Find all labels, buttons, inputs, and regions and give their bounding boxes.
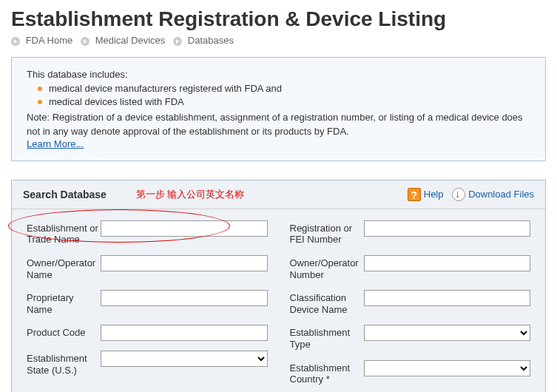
help-link[interactable]: Help	[424, 189, 444, 200]
proprietary-name-input[interactable]	[101, 290, 268, 306]
breadcrumb-link[interactable]: Databases	[188, 35, 234, 46]
establishment-type-select[interactable]	[364, 325, 531, 341]
proprietary-name-label: Proprietary Name	[27, 290, 101, 315]
learn-more-link[interactable]: Learn More...	[27, 138, 84, 149]
establishment-name-label: Establishment or Trade Name	[27, 220, 101, 246]
search-header: Search Database 第一步 输入公司英文名称 ? Help Down…	[12, 180, 545, 209]
chevron-icon	[81, 37, 90, 46]
owner-name-label: Owner/Operator Name	[27, 255, 101, 280]
download-files-link[interactable]: Download Files	[468, 189, 534, 200]
product-code-input[interactable]	[101, 325, 268, 341]
classification-name-input[interactable]	[364, 290, 531, 306]
download-icon	[452, 188, 465, 201]
establishment-country-select[interactable]	[364, 360, 531, 376]
info-list: medical device manufacturers registered …	[49, 82, 530, 109]
help-icon: ?	[408, 188, 421, 201]
registration-number-input[interactable]	[364, 220, 531, 237]
annotation-step-1: 第一步 输入公司英文名称	[136, 188, 408, 201]
establishment-state-select[interactable]	[101, 351, 268, 367]
search-title: Search Database	[23, 189, 107, 200]
breadcrumb-link[interactable]: FDA Home	[26, 35, 73, 46]
info-bullet: medical device manufacturers registered …	[49, 82, 530, 95]
info-bullet: medical devices listed with FDA	[49, 95, 530, 109]
establishment-country-label: Establishment Country *	[290, 360, 364, 385]
owner-number-label: Owner/Operator Number	[290, 255, 364, 280]
chevron-icon	[173, 37, 182, 46]
search-panel: Search Database 第一步 输入公司英文名称 ? Help Down…	[11, 180, 546, 392]
owner-name-input[interactable]	[101, 255, 268, 271]
search-form: Establishment or Trade Name Owner/Operat…	[12, 209, 545, 392]
establishment-type-label: Establishment Type	[290, 325, 364, 350]
form-column-right: Registration or FEI Number Owner/Operato…	[290, 220, 531, 392]
classification-name-label: Classification Device Name	[290, 290, 364, 315]
chevron-icon	[11, 37, 20, 46]
form-column-left: Establishment or Trade Name Owner/Operat…	[27, 220, 268, 392]
establishment-state-label: Establishment State (U.S.)	[27, 351, 101, 376]
info-note: Note: Registration of a device establish…	[27, 111, 530, 138]
product-code-label: Product Code	[27, 325, 101, 339]
breadcrumb: FDA Home Medical Devices Databases	[11, 35, 546, 46]
page-title: Establishment Registration & Device List…	[11, 7, 546, 31]
breadcrumb-link[interactable]: Medical Devices	[95, 35, 166, 46]
registration-number-label: Registration or FEI Number	[290, 220, 364, 246]
establishment-name-input[interactable]	[101, 220, 268, 237]
info-intro: This database includes:	[27, 69, 530, 80]
info-box: This database includes: medical device m…	[11, 57, 546, 161]
owner-number-input[interactable]	[364, 255, 531, 271]
